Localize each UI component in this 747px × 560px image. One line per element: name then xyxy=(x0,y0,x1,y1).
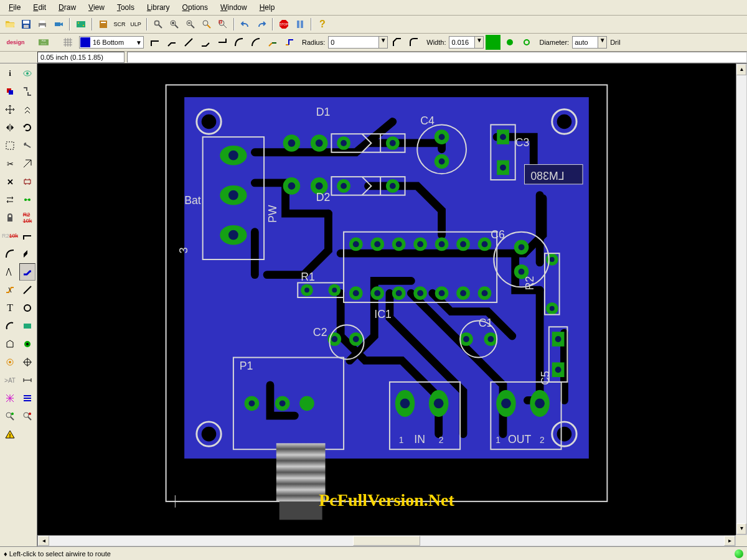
rect-icon[interactable] xyxy=(19,317,35,335)
menu-options[interactable]: Options xyxy=(176,1,214,14)
scroll-up-icon[interactable]: ▴ xyxy=(736,64,746,75)
stop-icon[interactable]: STOP xyxy=(276,17,291,32)
lock-icon[interactable] xyxy=(1,209,19,226)
miter-straight-icon[interactable] xyxy=(390,35,405,50)
circle-icon[interactable] xyxy=(19,299,35,317)
add-icon[interactable] xyxy=(19,173,35,190)
pcb-canvas[interactable]: Bat PW D1 D2 C4 C3 LM380 R1 IC1 C2 C1 C6… xyxy=(37,63,736,535)
wire-j-icon[interactable] xyxy=(232,35,247,50)
via-icon[interactable] xyxy=(19,335,35,353)
wire-step-icon[interactable] xyxy=(282,35,297,50)
meander-icon[interactable] xyxy=(1,263,19,281)
ripup-icon[interactable] xyxy=(1,281,19,299)
zoom-select-icon[interactable] xyxy=(215,17,230,32)
pcbquote-badge[interactable]: PCBQUOTE xyxy=(31,35,57,50)
layer-select[interactable]: ▼ xyxy=(79,36,144,49)
auto-icon[interactable] xyxy=(19,390,35,407)
grid-icon[interactable] xyxy=(60,35,75,50)
display-icon[interactable] xyxy=(19,83,35,100)
text-icon[interactable]: T xyxy=(1,299,19,317)
signal-icon[interactable] xyxy=(1,353,19,371)
hole-icon[interactable] xyxy=(19,353,35,371)
wire-arc-icon[interactable] xyxy=(248,35,263,50)
replace-icon[interactable] xyxy=(19,191,35,208)
designlink-badge[interactable]: design xyxy=(2,35,29,50)
menu-library[interactable]: Library xyxy=(141,1,176,14)
ulp-icon[interactable]: ULP xyxy=(128,17,143,32)
menu-help[interactable]: Help xyxy=(253,1,281,14)
bend-45-icon[interactable] xyxy=(164,35,179,50)
erc-icon[interactable] xyxy=(1,408,19,425)
dimension-icon[interactable] xyxy=(19,371,35,389)
menu-edit[interactable]: Edit xyxy=(27,1,52,14)
scroll-thumb[interactable] xyxy=(353,536,420,546)
scroll-right-icon[interactable]: ▸ xyxy=(724,536,735,546)
copy-icon[interactable] xyxy=(19,101,35,118)
open-icon[interactable] xyxy=(2,17,17,32)
menu-draw[interactable]: Draw xyxy=(52,1,82,14)
show-icon[interactable] xyxy=(19,65,35,82)
menu-window[interactable]: Window xyxy=(214,1,253,14)
miter-tool-icon[interactable] xyxy=(1,245,19,263)
group-icon[interactable] xyxy=(1,137,19,154)
go-icon[interactable] xyxy=(293,17,308,32)
delete-icon[interactable]: ✕ xyxy=(1,173,19,190)
bend-any-icon[interactable] xyxy=(181,35,196,50)
rotate-icon[interactable] xyxy=(19,119,35,136)
paste-icon[interactable] xyxy=(19,155,35,172)
arc-icon[interactable] xyxy=(1,317,19,335)
drc-icon[interactable] xyxy=(19,408,35,425)
undo-icon[interactable] xyxy=(238,17,253,32)
bend-round-icon[interactable] xyxy=(198,35,213,50)
route-icon[interactable] xyxy=(19,263,35,281)
mirror-icon[interactable] xyxy=(1,119,19,136)
polygon-icon[interactable] xyxy=(1,335,19,353)
print-icon[interactable] xyxy=(35,17,50,32)
chevron-down-icon[interactable]: ▼ xyxy=(598,37,606,48)
cut-icon[interactable]: ✂ xyxy=(1,155,19,172)
style-solid-icon[interactable] xyxy=(486,35,500,50)
menu-view[interactable]: View xyxy=(82,1,111,14)
coordinate-input[interactable] xyxy=(37,52,125,63)
cam-icon[interactable] xyxy=(51,17,66,32)
help-icon[interactable]: ? xyxy=(315,17,330,32)
board-icon[interactable] xyxy=(73,17,88,32)
errors-icon[interactable]: ! xyxy=(1,426,19,443)
via-green-icon[interactable] xyxy=(502,35,517,50)
wire-l-icon[interactable] xyxy=(215,35,230,50)
menu-file[interactable]: FFileile xyxy=(2,1,27,14)
miter-round-icon[interactable] xyxy=(406,35,421,50)
layer-dropdown-icon[interactable]: ▼ xyxy=(134,39,143,46)
width-input[interactable]: ▼ xyxy=(449,36,484,49)
bend-90-icon[interactable] xyxy=(148,35,162,50)
name-icon[interactable]: R210k xyxy=(19,209,35,226)
horizontal-scrollbar[interactable]: ◂ ▸ xyxy=(37,535,736,546)
redo-icon[interactable] xyxy=(254,17,269,32)
info-icon[interactable]: i xyxy=(1,65,19,82)
menu-tools[interactable]: Tools xyxy=(111,1,141,14)
chevron-down-icon[interactable]: ▼ xyxy=(474,37,483,48)
scroll-left-icon[interactable]: ◂ xyxy=(38,536,49,546)
wire-icon[interactable] xyxy=(19,281,35,299)
zoom-redraw-icon[interactable] xyxy=(199,17,214,32)
ratsnest-icon[interactable] xyxy=(1,390,19,407)
zoom-out-icon[interactable] xyxy=(183,17,198,32)
optimize-icon[interactable] xyxy=(19,245,35,263)
move-icon[interactable] xyxy=(1,101,19,118)
wire-free-icon[interactable] xyxy=(265,35,280,50)
layer-name[interactable] xyxy=(91,38,134,47)
layers-icon[interactable] xyxy=(1,83,19,100)
sheet-icon[interactable] xyxy=(96,17,111,32)
radius-input[interactable]: ▼ xyxy=(328,36,388,49)
split-icon[interactable] xyxy=(19,227,35,245)
pinswap-icon[interactable] xyxy=(1,191,19,208)
attribute-icon[interactable]: >AT xyxy=(1,371,19,389)
diameter-input[interactable]: ▼ xyxy=(572,36,607,49)
save-icon[interactable] xyxy=(19,17,34,32)
chevron-down-icon[interactable]: ▼ xyxy=(378,37,387,48)
zoom-in-icon[interactable] xyxy=(167,17,182,32)
zoom-fit-icon[interactable] xyxy=(151,17,166,32)
scroll-down-icon[interactable]: ▾ xyxy=(736,523,746,534)
script-icon[interactable]: SCR xyxy=(112,17,127,32)
value-icon[interactable]: R210k xyxy=(1,227,19,245)
